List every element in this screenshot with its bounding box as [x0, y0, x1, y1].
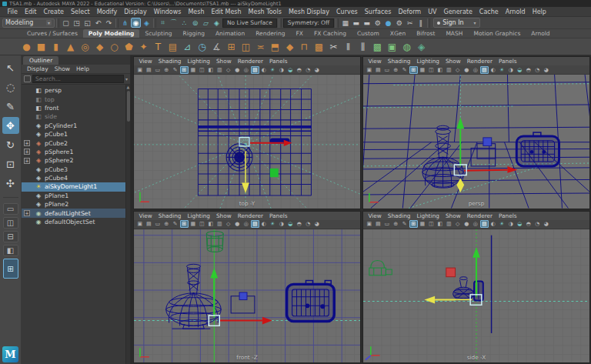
isolate-select-icon[interactable]: ◔	[304, 66, 313, 74]
outliner-defaultLightSet[interactable]: + ◉ defaultLightSet	[22, 209, 130, 217]
render-view-icon[interactable]: ▦	[340, 18, 350, 28]
menu-item[interactable]: Mesh Display	[285, 8, 332, 15]
viewport-menu-item[interactable]: Shading	[385, 58, 413, 65]
svg-tool-icon[interactable]: ▤	[166, 40, 179, 53]
mirror-icon[interactable]: ◈	[415, 40, 428, 53]
poly-disc-icon[interactable]: ○	[108, 40, 121, 53]
resolution-gate-icon[interactable]: ◫	[198, 66, 207, 74]
motion-blur-icon[interactable]: ◓	[295, 66, 304, 74]
poly-cone-icon[interactable]: ▲	[64, 40, 77, 53]
bookmarks-icon[interactable]: ▤	[145, 66, 154, 74]
menu-item[interactable]: Mesh	[185, 8, 208, 15]
extrude-icon[interactable]: ⬒	[269, 40, 282, 53]
smooth-mesh-icon[interactable]: ◍	[400, 40, 413, 53]
pan-zoom-icon[interactable]: ⊕	[392, 66, 401, 74]
viewport-canvas-front[interactable]: front -Z	[134, 229, 360, 363]
filter-icon[interactable]	[24, 75, 31, 82]
shadows-icon[interactable]: ◑	[506, 220, 516, 228]
menu-item[interactable]: Create	[40, 8, 68, 15]
menu-item[interactable]: UV	[425, 8, 440, 15]
layout-two-pane[interactable]: ◫	[3, 217, 18, 229]
gate-mask-icon[interactable]: ◧	[436, 220, 445, 228]
viewport-menu-item[interactable]: Shading	[385, 212, 413, 219]
camera-attributes-icon[interactable]: ▣	[135, 66, 145, 74]
separate-icon[interactable]: ≍	[254, 40, 267, 53]
select-object-icon[interactable]: ◉	[131, 18, 141, 28]
textured-icon[interactable]: ▨	[480, 66, 489, 74]
poly-torus-icon[interactable]: ◎	[78, 40, 92, 53]
viewport-menu-item[interactable]: Lighting	[185, 58, 213, 65]
occlusion-icon[interactable]: ◒	[516, 66, 525, 74]
shelf-tab[interactable]: MASH	[440, 29, 468, 38]
viewport-menu-item[interactable]: View	[136, 212, 155, 219]
menu-item[interactable]: Edit Mesh	[208, 8, 245, 15]
menu-item[interactable]: Modify	[93, 8, 121, 15]
viewport-menu-item[interactable]: Renderer	[464, 212, 495, 219]
film-gate-icon[interactable]: ▦	[189, 220, 198, 228]
menu-item[interactable]: Windows	[150, 8, 185, 15]
save-scene-icon[interactable]: ◱	[82, 18, 92, 28]
scale-tool[interactable]: ⊡	[2, 155, 19, 172]
bookmarks-icon[interactable]: ▤	[145, 220, 154, 228]
grease-pencil-icon[interactable]: ✎	[400, 220, 409, 228]
viewport-menu-item[interactable]: Shading	[155, 58, 184, 65]
make-live-icon[interactable]: ◈	[212, 18, 222, 28]
layout-single-pane[interactable]: ▭	[3, 203, 18, 215]
separator[interactable]	[427, 18, 430, 28]
menu-item[interactable]: Edit	[21, 8, 40, 15]
isolate-select-icon[interactable]: ◔	[304, 220, 313, 228]
menu-item[interactable]: Surfaces	[361, 8, 395, 15]
pan-zoom-icon[interactable]: ⊕	[162, 220, 172, 228]
outliner-pSphere1[interactable]: + ◈ pSphere1	[22, 148, 130, 156]
resolution-gate-icon[interactable]: ◫	[427, 220, 436, 228]
timer-icon[interactable]: ◷	[195, 40, 209, 53]
wireframe-icon[interactable]: ◇	[224, 220, 233, 228]
layout-two-stacked[interactable]: ⊟	[3, 231, 18, 242]
outliner-menu-item[interactable]: Display	[25, 65, 51, 72]
separator[interactable]	[153, 18, 156, 28]
outliner-pPlane1[interactable]: + ◈ pPlane1	[22, 192, 130, 200]
image-plane-icon[interactable]: ▭	[382, 220, 392, 228]
separator[interactable]	[56, 18, 59, 28]
wireframe-on-shaded-icon[interactable]: ◎	[242, 66, 251, 74]
outliner-aiSkyDomeLight1[interactable]: + ☀ aiSkyDomeLight1	[22, 182, 130, 191]
film-gate-icon[interactable]: ▦	[418, 220, 427, 228]
menu-item[interactable]: Select	[67, 8, 93, 15]
insert-edge-loop-icon[interactable]: ⫴	[342, 40, 355, 53]
render-sequence-icon[interactable]: ▬	[362, 18, 372, 28]
lights-icon[interactable]: ☀	[269, 66, 278, 74]
shelf-tab[interactable]: Motion Graphics	[468, 29, 526, 38]
viewport-canvas-persp[interactable]: persp	[363, 75, 589, 209]
viewport-menu-item[interactable]: Renderer	[235, 58, 265, 65]
resolution-gate-icon[interactable]: ◫	[198, 220, 207, 228]
shelf-tab[interactable]: Animation	[210, 29, 250, 38]
gate-mask-icon[interactable]: ◧	[206, 220, 215, 228]
grease-pencil-icon[interactable]: ✎	[400, 66, 409, 74]
poly-cylinder-icon[interactable]: ▮	[49, 40, 62, 53]
poly-type-icon[interactable]: T	[152, 40, 165, 53]
snap-grid-icon[interactable]: ⌗	[158, 18, 168, 28]
symmetry-field[interactable]: Symmetry: Off	[283, 18, 334, 28]
xray-icon[interactable]: ◕	[542, 66, 551, 74]
film-gate-icon[interactable]: ▦	[418, 66, 427, 74]
field-chart-icon[interactable]: ▥	[445, 66, 454, 74]
shelf-tab[interactable]: Custom	[352, 29, 385, 38]
shelf-tab[interactable]: FX	[290, 29, 308, 38]
shadows-icon[interactable]: ◑	[277, 220, 286, 228]
camera-attributes-icon[interactable]: ▣	[365, 220, 374, 228]
gate-mask-icon[interactable]: ◧	[436, 66, 445, 74]
viewport-menu-item[interactable]: Lighting	[414, 58, 442, 65]
menu-item[interactable]: File	[4, 8, 21, 15]
render-setup-icon[interactable]: ⚙	[394, 18, 404, 28]
field-chart-icon[interactable]: ▥	[215, 66, 225, 74]
field-chart-icon[interactable]: ▥	[215, 220, 225, 228]
outliner-pPlane2[interactable]: + ◈ pPlane2	[22, 200, 130, 209]
wireframe-icon[interactable]: ◇	[453, 220, 462, 228]
isolate-select-icon[interactable]: ◔	[533, 220, 543, 228]
viewport-menu-item[interactable]: Lighting	[185, 212, 213, 219]
viewport-menu-item[interactable]: Show	[442, 212, 463, 219]
image-plane-icon[interactable]: ▭	[153, 66, 162, 74]
menu-item[interactable]: Generate	[440, 8, 476, 15]
outliner-pCube4[interactable]: + ◈ pCube4	[22, 174, 130, 182]
grease-pencil-icon[interactable]: ✎	[171, 220, 180, 228]
